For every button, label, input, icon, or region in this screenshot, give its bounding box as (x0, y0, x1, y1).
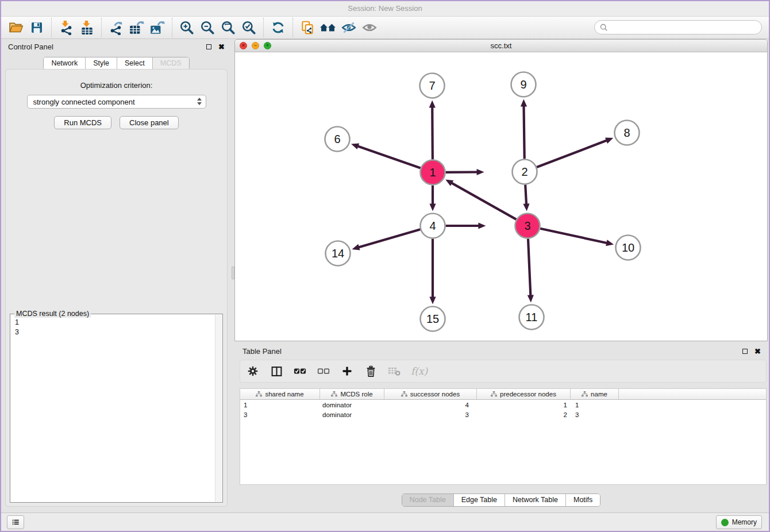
tab-network[interactable]: Network (44, 57, 85, 70)
function-builder-button[interactable]: f(x) (411, 365, 428, 377)
graph-edge-3-10[interactable] (540, 229, 607, 243)
select-all-button[interactable] (293, 364, 307, 378)
table-header-row: shared nameMCDS rolesuccessor nodesprede… (240, 389, 766, 400)
mcds-result-box: MCDS result (2 nodes) 13 (10, 314, 223, 503)
graph-edge-2-9[interactable] (523, 105, 524, 159)
export-table-icon (129, 20, 145, 35)
delete-table-button[interactable] (387, 364, 401, 378)
table-cell: 4 (384, 402, 477, 408)
column-header-predecessor-nodes[interactable]: predecessor nodes (477, 389, 571, 399)
export-network-button[interactable] (106, 18, 126, 37)
tab-style[interactable]: Style (85, 57, 117, 70)
hide-selected-button[interactable] (338, 18, 359, 37)
search-box (594, 20, 762, 34)
network-canvas[interactable]: 7968124314101511 (235, 52, 767, 341)
show-columns-button[interactable] (270, 364, 283, 378)
apply-layout-button[interactable] (268, 18, 288, 37)
table-cell: 2 (477, 411, 571, 418)
copy-network-button[interactable] (297, 18, 318, 37)
table-settings-button[interactable] (246, 364, 260, 378)
column-header-MCDS-role[interactable]: MCDS role (320, 389, 384, 399)
result-line: 1 (15, 318, 210, 327)
import-network-icon (59, 20, 74, 35)
export-image-button[interactable] (147, 18, 168, 37)
zoom-fit-button[interactable] (218, 18, 238, 37)
open-session-button[interactable] (6, 18, 26, 37)
toolbar-separator (263, 18, 264, 37)
tab-select[interactable]: Select (117, 57, 152, 70)
deselect-all-button[interactable] (317, 364, 330, 378)
column-header-successor-nodes[interactable]: successor nodes (384, 389, 477, 399)
node-table: shared nameMCDS rolesuccessor nodesprede… (240, 388, 767, 485)
open-folder-icon (9, 20, 24, 35)
show-all-button[interactable] (359, 18, 380, 37)
node-label: 8 (623, 126, 630, 139)
table-row[interactable]: 3dominator323 (240, 410, 766, 419)
tab-edge-table[interactable]: Edge Table (453, 494, 505, 506)
table-cell: 3 (384, 411, 477, 418)
graph-edge-2-3[interactable] (525, 184, 526, 205)
node-label: 11 (526, 311, 538, 323)
column-header-shared-name[interactable]: shared name (240, 389, 320, 399)
column-header-name[interactable]: name (571, 389, 619, 399)
graph-edge-1-7[interactable] (432, 106, 433, 159)
network-overview-icon (319, 20, 337, 35)
export-table-button[interactable] (126, 18, 147, 37)
close-panel-icon[interactable]: ✖ (754, 348, 761, 355)
table-panel-header: Table Panel ✖ (234, 344, 768, 358)
table-row[interactable]: 1dominator411 (240, 400, 766, 410)
table-body: 1dominator4113dominator323 (240, 400, 766, 419)
delete-column-button[interactable] (364, 364, 378, 378)
task-history-button[interactable] (7, 515, 24, 529)
scrollbar-track[interactable] (215, 315, 222, 502)
edge-arrowhead (478, 222, 486, 229)
tab-motifs[interactable]: Motifs (565, 494, 600, 506)
columns-icon (271, 365, 283, 377)
node-label: 4 (429, 219, 436, 232)
import-table-button[interactable] (76, 18, 97, 37)
select-all-icon (294, 367, 306, 376)
float-panel-icon[interactable] (742, 349, 748, 354)
toolbar-separator (172, 18, 172, 37)
mcds-panel: Optimization criterion: strongly connect… (5, 69, 228, 507)
attribute-icon (491, 391, 497, 397)
node-label: 6 (334, 133, 340, 145)
zoom-out-button[interactable] (197, 18, 218, 37)
copy-network-icon (300, 20, 315, 35)
zoom-selected-button[interactable] (238, 18, 259, 37)
network-window-title: scc.txt (235, 41, 767, 50)
table-tabs: Node TableEdge TableNetwork TableMotifs (234, 494, 768, 507)
show-all-icon (361, 20, 378, 35)
node-label: 2 (521, 165, 528, 178)
column-label: name (591, 391, 607, 398)
edge-arrowhead (351, 143, 359, 149)
edge-arrowhead (605, 138, 613, 144)
edge-arrowhead (352, 244, 360, 250)
add-column-button[interactable] (340, 364, 354, 378)
graph-edge-4-14[interactable] (358, 229, 420, 248)
tab-mcds[interactable]: MCDS (152, 57, 189, 70)
table-cell: 3 (571, 411, 619, 418)
edge-arrowhead (477, 169, 484, 175)
run-mcds-button[interactable]: Run MCDS (54, 116, 111, 129)
float-panel-icon[interactable] (206, 44, 211, 49)
graph-edge-2-8[interactable] (537, 140, 607, 167)
save-session-button[interactable] (26, 18, 47, 37)
zoom-in-icon (179, 20, 194, 35)
optimization-dropdown[interactable]: strongly connected component (27, 95, 206, 109)
graph-edge-1-6[interactable] (357, 146, 420, 168)
close-panel-icon[interactable]: ✖ (218, 43, 225, 51)
graph-edge-3-1[interactable] (451, 183, 517, 219)
memory-button[interactable]: Memory (716, 515, 762, 529)
graph-edge-3-11[interactable] (528, 238, 530, 296)
search-input[interactable] (611, 24, 756, 32)
import-network-button[interactable] (56, 18, 76, 37)
close-panel-button[interactable]: Close panel (120, 116, 179, 129)
tab-node-table[interactable]: Node Table (402, 494, 453, 506)
table-cell: 1 (477, 402, 571, 408)
network-overview-button[interactable] (318, 18, 338, 37)
mcds-result-text[interactable]: 13 (10, 316, 214, 502)
zoom-in-button[interactable] (176, 18, 197, 37)
import-table-icon (79, 20, 94, 35)
tab-network-table[interactable]: Network Table (505, 494, 565, 506)
